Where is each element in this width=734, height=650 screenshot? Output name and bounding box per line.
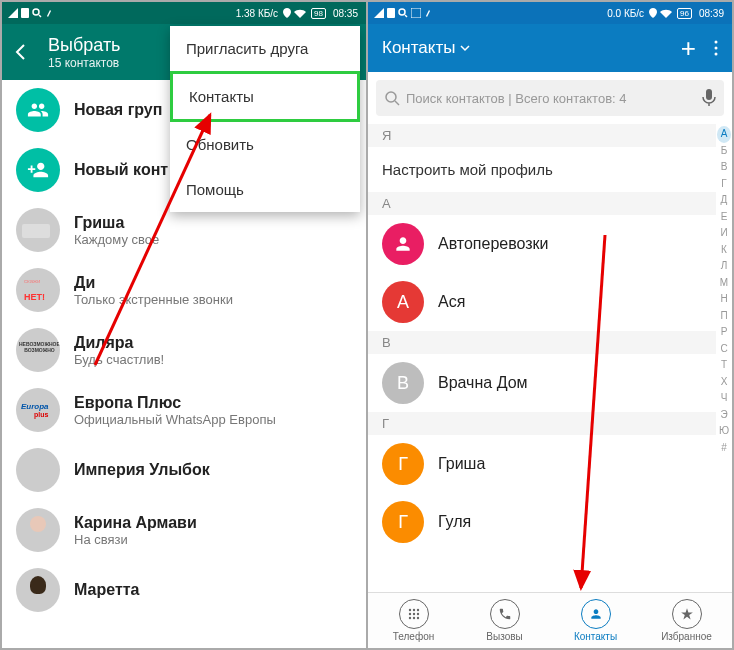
- add-contact-icon: [16, 148, 60, 192]
- search-placeholder: Поиск контактов | Всего контактов: 4: [406, 91, 627, 106]
- battery-pct: 96: [677, 8, 692, 19]
- back-icon[interactable]: [12, 42, 32, 62]
- star-icon: [672, 599, 702, 629]
- section-letter: Г: [368, 412, 716, 435]
- avatar: [16, 268, 60, 312]
- battery-pct: 98: [311, 8, 326, 19]
- avatar: Г: [382, 443, 424, 485]
- svg-point-6: [715, 47, 718, 50]
- contact-row[interactable]: Г Гриша: [368, 435, 716, 493]
- svg-rect-4: [411, 8, 421, 18]
- svg-point-5: [715, 41, 718, 44]
- contacts-screen: 0.0 КБ/с 96 08:39 Контакты + Поиск конта…: [368, 2, 732, 648]
- list-item[interactable]: Империя Улыбок: [2, 440, 366, 500]
- menu-contacts[interactable]: Контакты: [170, 71, 360, 122]
- svg-point-13: [408, 613, 410, 615]
- search-icon: [384, 90, 400, 106]
- svg-point-16: [408, 617, 410, 619]
- wifi-icon: [294, 9, 306, 18]
- bottom-nav: Телефон Вызовы Контакты Избранное: [368, 592, 732, 648]
- svg-point-17: [412, 617, 414, 619]
- wifi-icon: [660, 9, 672, 18]
- svg-point-7: [715, 53, 718, 56]
- picture-icon: [411, 8, 421, 18]
- header-subtitle: 15 контактов: [48, 56, 121, 70]
- svg-point-1: [33, 9, 39, 15]
- data-rate: 1.38 КБ/с: [236, 8, 278, 19]
- person-icon: [581, 599, 611, 629]
- menu-help[interactable]: Помощь: [170, 167, 360, 212]
- svg-rect-0: [21, 8, 29, 18]
- contacts-scroll[interactable]: Я Настроить мой профиль А Автоперевозки …: [368, 124, 716, 592]
- svg-point-3: [399, 9, 405, 15]
- clock: 08:35: [333, 8, 358, 19]
- avatar: [16, 208, 60, 252]
- overflow-menu: Пригласить друга Контакты Обновить Помощ…: [170, 26, 360, 212]
- menu-refresh[interactable]: Обновить: [170, 122, 360, 167]
- menu-invite[interactable]: Пригласить друга: [170, 26, 360, 71]
- list-item[interactable]: ДиТолько экстренные звонки: [2, 260, 366, 320]
- sim-icon: [21, 8, 29, 18]
- list-item[interactable]: ДиляраБудь счастлив!: [2, 320, 366, 380]
- nav-calls[interactable]: Вызовы: [459, 593, 550, 648]
- avatar: [382, 223, 424, 265]
- phone-icon: [490, 599, 520, 629]
- dialpad-icon: [399, 599, 429, 629]
- avatar: Г: [382, 501, 424, 543]
- svg-point-18: [416, 617, 418, 619]
- contact-row[interactable]: Автоперевозки: [368, 215, 716, 273]
- section-letter: В: [368, 331, 716, 354]
- clock: 08:39: [699, 8, 724, 19]
- header-title: Выбрать: [48, 35, 121, 56]
- svg-point-15: [416, 613, 418, 615]
- broom-icon: [45, 8, 55, 18]
- more-icon[interactable]: [714, 40, 718, 56]
- nav-favorites[interactable]: Избранное: [641, 593, 732, 648]
- header-title-dropdown[interactable]: Контакты: [382, 38, 681, 58]
- mic-icon[interactable]: [702, 89, 716, 107]
- avatar: [16, 328, 60, 372]
- data-rate: 0.0 КБ/с: [607, 8, 644, 19]
- avatar: А: [382, 281, 424, 323]
- section-letter: А: [368, 192, 716, 215]
- contact-row[interactable]: А Ася: [368, 273, 716, 331]
- svg-point-8: [386, 92, 396, 102]
- contact-row[interactable]: В Врачна Дом: [368, 354, 716, 412]
- nav-phone[interactable]: Телефон: [368, 593, 459, 648]
- svg-point-11: [412, 609, 414, 611]
- list-item[interactable]: Маретта: [2, 560, 366, 620]
- search-sb-icon: [32, 8, 42, 18]
- avatar: [16, 448, 60, 492]
- contact-row[interactable]: Г Гуля: [368, 493, 716, 551]
- nav-contacts[interactable]: Контакты: [550, 593, 641, 648]
- contacts-header: Контакты +: [368, 24, 732, 72]
- search-sb-icon: [398, 8, 408, 18]
- list-item[interactable]: Карина АрмавиНа связи: [2, 500, 366, 560]
- location-icon: [283, 8, 291, 18]
- whatsapp-screen: 1.38 КБ/с 98 08:35 Выбрать 15 контактов …: [2, 2, 366, 648]
- broom-icon: [424, 8, 434, 18]
- avatar: В: [382, 362, 424, 404]
- sim-icon: [387, 8, 395, 18]
- svg-point-14: [412, 613, 414, 615]
- section-me: Я: [368, 124, 716, 147]
- avatar: [16, 568, 60, 612]
- status-bar: 1.38 КБ/с 98 08:35: [2, 2, 366, 24]
- svg-point-10: [408, 609, 410, 611]
- chevron-down-icon: [459, 42, 471, 54]
- status-bar: 0.0 КБ/с 96 08:39: [368, 2, 732, 24]
- group-icon: [16, 88, 60, 132]
- signal-icon: [374, 8, 384, 18]
- alphabet-index[interactable]: А Б В Г Д Е И К Л М Н П Р С Т Х Ч Э Ю #: [716, 124, 732, 592]
- avatar: [16, 388, 60, 432]
- add-contact-button[interactable]: +: [681, 33, 696, 64]
- setup-profile[interactable]: Настроить мой профиль: [368, 147, 716, 192]
- location-icon: [649, 8, 657, 18]
- search-bar[interactable]: Поиск контактов | Всего контактов: 4: [368, 72, 732, 124]
- avatar: [16, 508, 60, 552]
- list-item[interactable]: Европа ПлюсОфициальный WhatsApp Европы: [2, 380, 366, 440]
- svg-rect-2: [387, 8, 395, 18]
- signal-icon: [8, 8, 18, 18]
- svg-point-12: [416, 609, 418, 611]
- svg-rect-9: [706, 89, 712, 100]
